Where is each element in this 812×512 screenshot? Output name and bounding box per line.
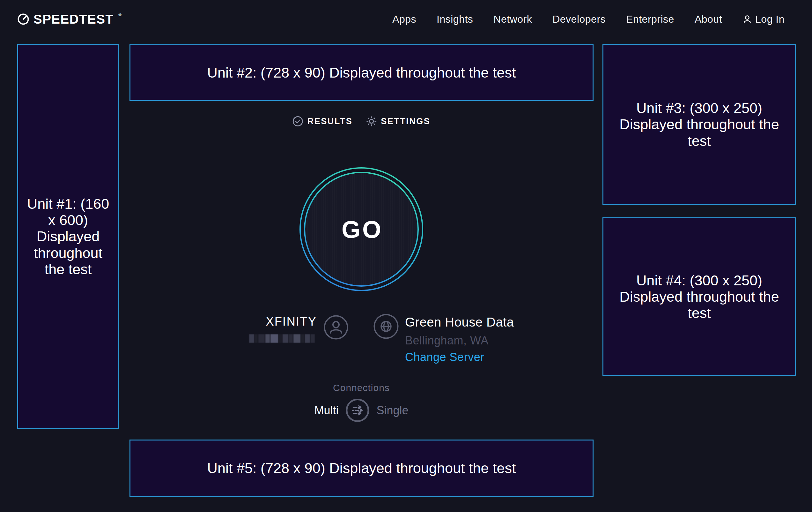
change-server-link[interactable]: Change Server: [405, 350, 485, 364]
nav-item-network[interactable]: Network: [493, 14, 532, 25]
person-icon: [743, 15, 752, 24]
nav-item-developers[interactable]: Developers: [552, 14, 606, 25]
nav-item-apps[interactable]: Apps: [392, 14, 416, 25]
ad-unit-2: Unit #2: (728 x 90) Displayed throughout…: [129, 44, 593, 101]
tab-results-label: RESULTS: [308, 116, 353, 127]
nav-item-enterprise[interactable]: Enterprise: [626, 14, 674, 25]
server-name: Green House Data: [405, 315, 514, 329]
ad-unit-1: Unit #1: (160 x 600) Displayed throughou…: [17, 44, 119, 429]
gauge-icon: [17, 13, 29, 25]
server-location: Bellingham, WA: [405, 334, 489, 347]
gear-icon: [366, 116, 377, 127]
login-label: Log In: [755, 14, 785, 25]
isp-name: XFINITY: [266, 315, 317, 328]
tab-results[interactable]: RESULTS: [292, 116, 353, 127]
login-button[interactable]: Log In: [743, 14, 785, 25]
redacted-ip: [249, 334, 317, 343]
connections-multi-option[interactable]: Multi: [314, 404, 338, 417]
nav-item-insights[interactable]: Insights: [437, 14, 473, 25]
check-circle-icon: [292, 116, 303, 127]
trademark-mark: ®: [118, 12, 121, 17]
ad-unit-4: Unit #4: (300 x 250) Displayed throughou…: [603, 217, 796, 376]
connections-label: Connections: [333, 382, 390, 393]
brand-name: SPEEDTEST: [33, 12, 114, 26]
speedtest-page: SPEEDTEST ® Apps Insights Network Develo…: [0, 0, 812, 512]
ad-unit-4-label: Unit #4: (300 x 250) Displayed throughou…: [619, 272, 780, 321]
connections-toggle-row: Multi Single: [314, 398, 408, 423]
nav-item-about[interactable]: About: [695, 14, 722, 25]
server-globe-icon: [374, 314, 399, 339]
tab-settings-label: SETTINGS: [381, 116, 430, 127]
ad-unit-3-label: Unit #3: (300 x 250) Displayed throughou…: [619, 100, 780, 149]
ad-unit-3: Unit #3: (300 x 250) Displayed throughou…: [603, 44, 796, 205]
top-nav-bar: SPEEDTEST ® Apps Insights Network Develo…: [0, 0, 812, 38]
tabs-bar: RESULTS SETTI: [292, 116, 431, 127]
multi-connections-toggle-icon[interactable]: [345, 398, 370, 423]
ad-unit-1-label: Unit #1: (160 x 600) Displayed throughou…: [26, 196, 111, 277]
ad-unit-5: Unit #5: (728 x 90) Displayed throughout…: [129, 439, 593, 497]
go-label: GO: [340, 215, 383, 243]
speedtest-logo[interactable]: SPEEDTEST ®: [17, 0, 121, 38]
ad-unit-2-label: Unit #2: (728 x 90) Displayed throughout…: [207, 64, 516, 81]
go-button-center: GO: [305, 173, 417, 286]
nav-menu: Apps Insights Network Developers Enterpr…: [392, 0, 785, 38]
go-button[interactable]: GO: [299, 167, 423, 291]
isp-person-icon: [324, 315, 348, 340]
connections-single-option[interactable]: Single: [376, 404, 408, 417]
ad-unit-5-label: Unit #5: (728 x 90) Displayed throughout…: [207, 460, 516, 476]
tab-settings[interactable]: SETTINGS: [366, 116, 430, 127]
